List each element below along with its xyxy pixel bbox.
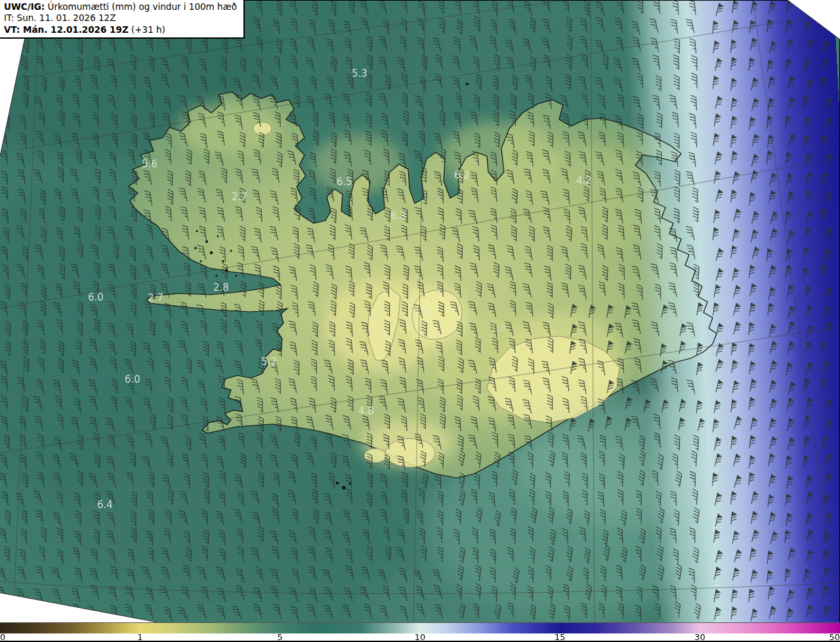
map-area: 5.35.66.56.24.22.76.32.86.02.71.61.85.26… — [0, 0, 840, 622]
weather-chart-screenshot: 5.35.66.56.24.22.76.32.86.02.71.61.85.26… — [0, 0, 840, 642]
valid-time: VT: Mán. 12.01.2026 19Z — [4, 24, 129, 35]
colorbar-tick-label: 30 — [694, 632, 705, 642]
contour-label: 4.2 — [576, 175, 592, 186]
contour-label: 5.3 — [352, 68, 368, 79]
contour-label: 2.8 — [213, 282, 229, 293]
contour-label: 2.7 — [148, 292, 163, 304]
title-line-2: IT: Sun. 11. 01. 2026 12Z — [4, 12, 237, 24]
contour-label: 5.2 — [261, 356, 277, 368]
colorbar-tick-label: 5 — [277, 632, 282, 642]
colorbar-zone: 01510153050 — [0, 622, 840, 642]
title-box: UWC/IG: Úrkomumætti (mm) og vindur i 100… — [0, 0, 245, 39]
contour-label: 2.7 — [232, 191, 247, 203]
colorbar-tick-label: 15 — [555, 632, 566, 642]
contour-label: 6.2 — [454, 169, 470, 181]
contour-label: 1.8 — [491, 322, 507, 334]
colorbar-tick-label: 1 — [137, 632, 142, 642]
contour-label: 6.4 — [97, 499, 113, 511]
contour-label: 5.6 — [142, 158, 158, 170]
contour-label: 4.8 — [358, 405, 374, 417]
contour-label: 6.0 — [88, 291, 104, 303]
contour-label: 6.0 — [125, 374, 140, 385]
contour-label: 6.5 — [337, 176, 352, 188]
contour-label: 6.3 — [390, 210, 406, 222]
colorbar-tick-labels: 01510153050 — [0, 633, 840, 642]
contour-label: 1.6 — [414, 306, 430, 318]
colorbar-tick-label: 10 — [415, 632, 426, 642]
weather-map: 5.35.66.56.24.22.76.32.86.02.71.61.85.26… — [0, 0, 840, 622]
colorbar-tick-label: 50 — [829, 632, 840, 642]
title-line-1: UWC/IG: Úrkomumætti (mm) og vindur i 100… — [4, 1, 237, 12]
model-id: UWC/IG: — [4, 1, 45, 12]
title-line-3: VT: Mán. 12.01.2026 19Z (+31 h) — [4, 24, 237, 35]
colorbar-tick-label: 0 — [0, 632, 5, 642]
